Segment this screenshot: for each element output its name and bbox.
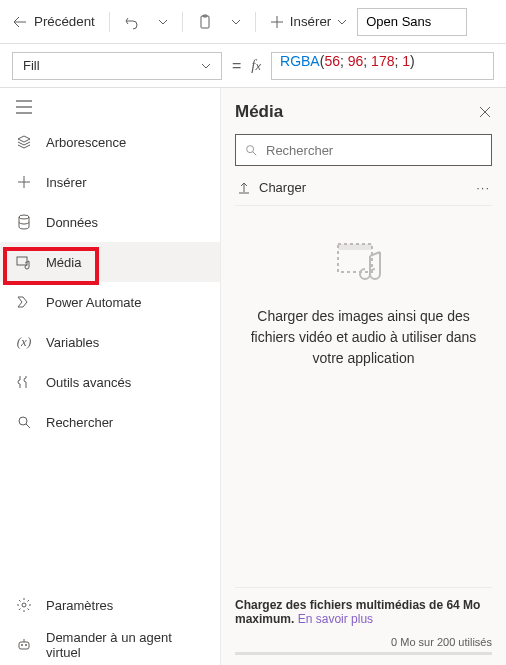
chevron-down-icon: [158, 17, 168, 27]
svg-rect-0: [201, 16, 209, 28]
paste-dropdown[interactable]: [223, 6, 249, 38]
sidebar-item-advanced[interactable]: Outils avancés: [0, 362, 220, 402]
font-input[interactable]: [357, 8, 467, 36]
sidebar-item-label: Variables: [46, 335, 99, 350]
paste-button[interactable]: [189, 6, 221, 38]
sidebar-item-label: Rechercher: [46, 415, 113, 430]
empty-state: Charger des images ainsi que des fichier…: [235, 206, 492, 587]
property-selector[interactable]: Fill: [12, 52, 222, 80]
layers-icon: [16, 134, 32, 150]
search-box[interactable]: [235, 134, 492, 166]
clipboard-icon: [197, 14, 213, 30]
svg-point-8: [25, 644, 27, 646]
close-button[interactable]: [478, 105, 492, 119]
sidebar-item-label: Arborescence: [46, 135, 126, 150]
media-icon: [16, 254, 32, 270]
flow-icon: [16, 294, 32, 310]
media-panel: Média Charger ··· Char: [220, 88, 506, 665]
sidebar-item-label: Données: [46, 215, 98, 230]
hamburger-menu[interactable]: [0, 92, 220, 122]
separator: [182, 12, 183, 32]
insert-label: Insérer: [290, 14, 331, 29]
svg-rect-3: [17, 257, 27, 265]
learn-more-link[interactable]: En savoir plus: [298, 612, 373, 626]
sidebar-item-data[interactable]: Données: [0, 202, 220, 242]
database-icon: [16, 214, 32, 230]
sidebar: Arborescence Insérer Données Média Power…: [0, 88, 220, 665]
chevron-down-icon: [201, 61, 211, 71]
panel-title: Média: [235, 102, 283, 122]
arrow-left-icon: [12, 14, 28, 30]
back-button[interactable]: Précédent: [4, 6, 103, 38]
upload-row: Charger ···: [235, 174, 492, 206]
upload-icon: [237, 181, 251, 195]
variable-icon: (x): [16, 334, 32, 350]
formula-input[interactable]: RGBA(56; 96; 178; 1): [271, 52, 494, 80]
insert-button[interactable]: Insérer: [262, 6, 355, 38]
back-label: Précédent: [34, 14, 95, 29]
svg-point-7: [21, 644, 23, 646]
equals-sign: =: [232, 57, 241, 75]
property-name: Fill: [23, 58, 40, 73]
panel-footer: Chargez des fichiers multimédias de 64 M…: [235, 587, 492, 655]
svg-point-5: [22, 603, 26, 607]
gear-icon: [16, 597, 32, 613]
sidebar-item-label: Paramètres: [46, 598, 113, 613]
sidebar-item-label: Power Automate: [46, 295, 141, 310]
plus-icon: [270, 15, 284, 29]
empty-text: Charger des images ainsi que des fichier…: [235, 306, 492, 369]
plus-icon: [16, 175, 32, 189]
chevron-down-icon: [337, 17, 347, 27]
sidebar-item-label: Insérer: [46, 175, 86, 190]
sidebar-item-search[interactable]: Rechercher: [0, 402, 220, 442]
tools-icon: [16, 374, 32, 390]
undo-icon: [124, 14, 140, 30]
separator: [255, 12, 256, 32]
bot-icon: [16, 637, 32, 653]
panel-header: Média: [235, 102, 492, 122]
top-toolbar: Précédent Insérer: [0, 0, 506, 44]
sidebar-item-media[interactable]: Média: [0, 242, 220, 282]
sidebar-item-insert[interactable]: Insérer: [0, 162, 220, 202]
chevron-down-icon: [231, 17, 241, 27]
sidebar-item-tree[interactable]: Arborescence: [0, 122, 220, 162]
undo-dropdown[interactable]: [150, 6, 176, 38]
main-area: Arborescence Insérer Données Média Power…: [0, 88, 506, 665]
upload-button[interactable]: Charger: [237, 180, 306, 195]
usage-bar: [235, 652, 492, 655]
search-icon: [244, 143, 258, 157]
media-placeholder-icon: [336, 242, 392, 286]
sidebar-item-label: Demander à un agent virtuel: [46, 630, 204, 660]
separator: [109, 12, 110, 32]
usage-text: 0 Mo sur 200 utilisés: [235, 636, 492, 648]
svg-rect-6: [19, 642, 29, 649]
svg-point-4: [19, 417, 27, 425]
sidebar-item-automate[interactable]: Power Automate: [0, 282, 220, 322]
search-icon: [16, 414, 32, 430]
formula-args: 56; 96; 178; 1: [324, 53, 410, 69]
more-button[interactable]: ···: [476, 180, 490, 195]
svg-rect-11: [338, 244, 372, 250]
sidebar-item-label: Outils avancés: [46, 375, 131, 390]
formula-fn: RGBA: [280, 53, 320, 69]
fx-icon[interactable]: fx: [251, 57, 261, 74]
upload-label: Charger: [259, 180, 306, 195]
svg-point-2: [19, 215, 29, 219]
sidebar-item-label: Média: [46, 255, 81, 270]
sidebar-item-settings[interactable]: Paramètres: [0, 585, 220, 625]
sidebar-item-variables[interactable]: (x) Variables: [0, 322, 220, 362]
search-input[interactable]: [266, 143, 483, 158]
svg-point-9: [247, 146, 254, 153]
formula-bar: Fill = fx RGBA(56; 96; 178; 1): [0, 44, 506, 88]
sidebar-item-agent[interactable]: Demander à un agent virtuel: [0, 625, 220, 665]
undo-button[interactable]: [116, 6, 148, 38]
